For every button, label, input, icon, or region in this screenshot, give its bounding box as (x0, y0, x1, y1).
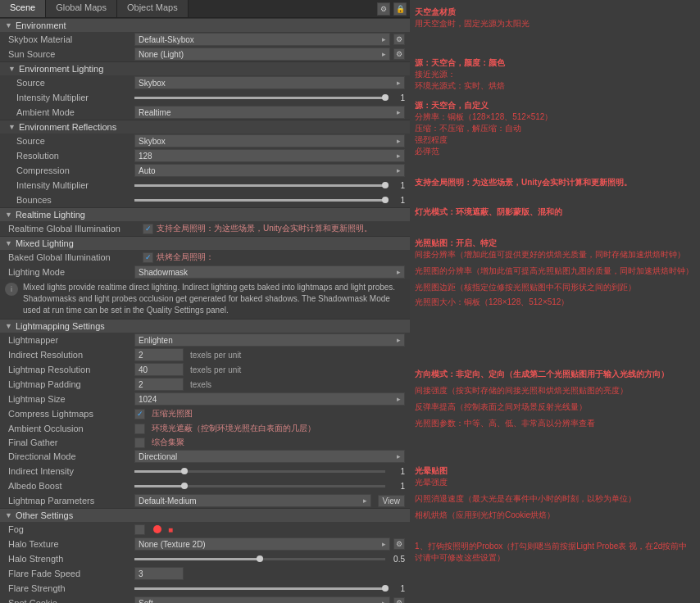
halo-texture-dropdown[interactable]: None (Texture 2D) ▸ (134, 537, 390, 551)
other-right: 光晕贴图 光晕强度 闪照消退速度（最大光是在事件中小时的时刻，以秒为单位） 相机… (415, 465, 695, 521)
halo-settings-icon[interactable]: ⚙ (393, 538, 405, 550)
albedo-boost-thumb (181, 483, 188, 489)
bgi-checkbox[interactable]: ✓ (143, 252, 153, 263)
halo-strength-row: Halo Strength 0.5 (0, 551, 410, 566)
dropdown-arrow7: ▸ (397, 166, 401, 175)
padding-input[interactable] (134, 378, 184, 391)
gather-annotation: 综合集聚 (152, 437, 184, 448)
bgi-note: 烘烤全局照明： (157, 252, 405, 263)
resolution-dropdown[interactable]: 128 ▸ (134, 149, 405, 162)
halo-strength-track (134, 558, 385, 560)
lock-icon[interactable]: 🔒 (393, 2, 407, 16)
env-source-label: Source (8, 78, 131, 88)
ao-label: Ambient Occlusion (8, 424, 131, 433)
spot-settings-icon[interactable]: ⚙ (393, 597, 405, 603)
dropdown-arrow11: ▸ (397, 452, 401, 460)
other-settings-header[interactable]: ▼ Other Settings (0, 508, 410, 522)
refl-right: 源：天空合，自定义 分辨率：铜板（128×128、512×512） 压缩：不压缩… (415, 100, 695, 157)
realtime-right: 支持全局照明：为这些场景，Unity会实时计算和更新照明。 (415, 177, 695, 188)
lightmapping-header[interactable]: ▼ Lightmapping Settings (0, 319, 410, 333)
indirect-intensity-slider[interactable]: 1 (134, 467, 405, 476)
tab-global-maps[interactable]: Global Maps (46, 0, 117, 17)
indirect-res-row: Indirect Resolution texels per unit (0, 347, 410, 362)
sun-source-dropdown[interactable]: None (Light) ▸ (134, 48, 390, 61)
dropdown-arrow8: ▸ (397, 268, 401, 276)
skybox-material-label: Skybox Material (8, 34, 131, 44)
flare-fade-input[interactable] (134, 567, 184, 580)
indirect-intensity-thumb (181, 468, 188, 474)
environment-section-header[interactable]: ▼ Environment (0, 18, 410, 32)
dropdown-arrow12: ▸ (363, 496, 367, 505)
bgi-label: Baked Global Illumination (8, 252, 139, 262)
lighting-mode-dropdown[interactable]: Shadowmask ▸ (134, 265, 405, 279)
env-refl-arrow: ▼ (8, 123, 16, 131)
fog-row: Fog ■ (0, 522, 410, 537)
mixed-lighting-header[interactable]: ▼ Mixed Lighting (0, 236, 410, 250)
lightmapper-dropdown[interactable]: Enlighten ▸ (134, 333, 405, 347)
tab-scene[interactable]: Scene (0, 0, 46, 17)
dropdown-arrow: ▸ (382, 35, 386, 43)
fog-red-label: ■ (168, 525, 173, 534)
intensity-slider[interactable]: 1 (134, 93, 405, 102)
env-lighting-label: Environment Lighting (19, 64, 103, 74)
albedo-boost-track (134, 485, 385, 487)
lightmap-res-label: Lightmap Resolution (8, 365, 131, 374)
bounces-slider[interactable]: 1 (134, 196, 405, 205)
spot-cookie-dropdown[interactable]: Soft ▸ (134, 596, 390, 603)
halo-strength-label: Halo Strength (8, 554, 131, 564)
tab-object-maps[interactable]: Object Maps (117, 0, 189, 17)
intensity-label: Intensity Multiplier (8, 93, 131, 102)
intensity-value: 1 (389, 93, 405, 102)
lm-size-label: Lightmap Size (8, 394, 131, 404)
ambient-dropdown[interactable]: Realtime ▸ (134, 106, 405, 119)
dropdown-arrow2: ▸ (382, 50, 386, 58)
lm-params-dropdown[interactable]: Default-Medium ▸ (134, 494, 371, 507)
compression-dropdown[interactable]: Auto ▸ (134, 164, 405, 177)
flare-strength-slider[interactable]: 1 (134, 584, 405, 593)
ao-row: Ambient Occlusion 环境光遮蔽（控制环境光照在白表面的几层） (0, 421, 410, 436)
info-icon: i (5, 283, 18, 296)
refl-source-dropdown[interactable]: Skybox ▸ (134, 134, 405, 147)
env-source-dropdown[interactable]: Skybox ▸ (134, 76, 405, 89)
intensity2-label: Intensity Multiplier (8, 180, 131, 190)
lm-size-dropdown[interactable]: 1024 ▸ (134, 392, 405, 406)
environment-label: Environment (16, 20, 66, 30)
compress-checkbox[interactable]: ✓ (134, 409, 145, 419)
dropdown-arrow9: ▸ (397, 336, 401, 344)
ao-annotation: 环境光遮蔽（控制环境光照在白表面的几层） (152, 423, 316, 434)
lightmap-res-unit: texels per unit (190, 365, 241, 374)
fog-checkbox[interactable] (134, 524, 145, 535)
dropdown-arrow6: ▸ (397, 152, 401, 160)
skybox-material-dropdown[interactable]: Default-Skybox ▸ (134, 33, 390, 46)
lm-arrow: ▼ (5, 322, 12, 330)
sun-settings-icon[interactable]: ⚙ (393, 48, 405, 60)
dropdown-arrow5: ▸ (397, 137, 401, 145)
lightmapper-right: 光照贴图：开启、特定 间接分辨率（增加此值可提供更好的烘焙光质量，同时存储加速烘… (415, 238, 695, 308)
env-reflections-header[interactable]: ▼ Environment Reflections (0, 120, 410, 134)
tabs-bar: Scene Global Maps Object Maps ⚙ 🔒 (0, 0, 410, 18)
dropdown-arrow10: ▸ (397, 395, 401, 403)
rgi-label: Realtime Global Illumination (8, 224, 139, 233)
env-arrow: ▼ (5, 21, 12, 29)
padding-label: Lightmap Padding (8, 379, 131, 389)
skybox-settings-icon[interactable]: ⚙ (393, 34, 405, 45)
debug-right: 1、打钩按照明的Probox（打勾则嗯当前按据Light Probe表 视，在2… (415, 541, 695, 564)
gather-checkbox[interactable] (134, 438, 145, 448)
albedo-boost-slider[interactable]: 1 (134, 482, 405, 491)
albedo-boost-value: 1 (389, 482, 405, 491)
rgi-checkbox[interactable]: ✓ (143, 224, 153, 234)
intensity2-slider[interactable]: 1 (134, 181, 405, 190)
directional-dropdown[interactable]: Directional ▸ (134, 450, 405, 463)
ao-checkbox[interactable] (134, 424, 145, 434)
settings-icon[interactable]: ⚙ (377, 2, 390, 16)
lightmap-res-input[interactable] (134, 363, 184, 376)
halo-strength-slider[interactable]: 0.5 (134, 555, 405, 564)
indirect-res-input[interactable] (134, 348, 184, 361)
fog-label: Fog (8, 524, 131, 534)
halo-strength-fill (134, 558, 260, 560)
realtime-lighting-header[interactable]: ▼ Realtime Lighting (0, 207, 410, 221)
params-view-button[interactable]: View (378, 495, 406, 507)
ambient-label: Ambient Mode (8, 107, 131, 117)
env-lighting-header[interactable]: ▼ Environment Lighting (0, 61, 410, 75)
skybox-material-row: Skybox Material Default-Skybox ▸ ⚙ (0, 32, 410, 47)
